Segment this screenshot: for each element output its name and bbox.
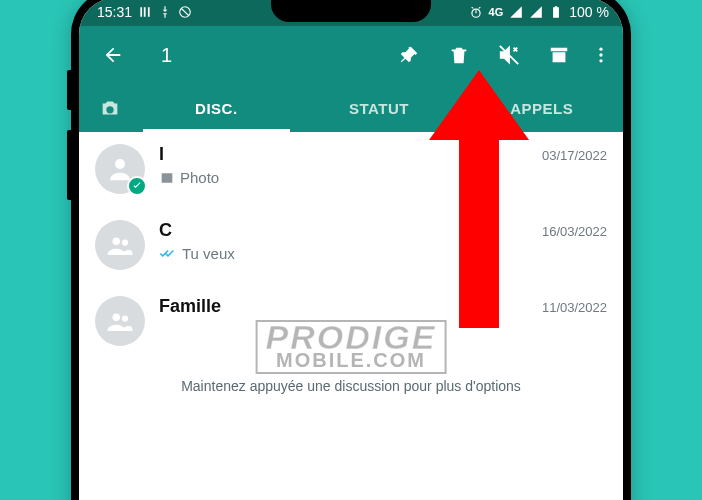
tab-label: APPELS: [510, 100, 573, 117]
network-type: 4G: [489, 6, 504, 18]
chat-subtitle: Tu veux: [182, 245, 235, 262]
tab-disc[interactable]: DISC.: [135, 84, 298, 132]
avatar[interactable]: [95, 220, 145, 270]
signal-icon: [509, 5, 523, 19]
back-button[interactable]: [91, 33, 135, 77]
chat-list[interactable]: I 03/17/2022 Photo: [79, 132, 623, 500]
phone-notch: [271, 0, 431, 22]
selection-toolbar: 1: [79, 26, 623, 84]
tab-label: DISC.: [195, 100, 238, 117]
chat-row[interactable]: C 16/03/2022 Tu veux: [79, 208, 623, 284]
signal-icon-2: [529, 5, 543, 19]
svg-point-0: [599, 48, 602, 51]
chat-date: 11/03/2022: [542, 300, 607, 315]
avatar[interactable]: [95, 144, 145, 194]
photo-icon: [159, 170, 175, 186]
chat-name: I: [159, 144, 164, 165]
usb-icon: [158, 5, 172, 19]
svg-point-5: [122, 239, 128, 245]
svg-point-4: [113, 238, 121, 246]
chat-name: C: [159, 220, 172, 241]
svg-point-7: [122, 315, 128, 321]
camera-tab[interactable]: [85, 84, 135, 132]
archive-button[interactable]: [537, 33, 581, 77]
chat-date: 03/17/2022: [542, 148, 607, 163]
status-time: 15:31: [97, 4, 132, 20]
alarm-icon: [469, 5, 483, 19]
chat-date: 16/03/2022: [542, 224, 607, 239]
battery-icon: [549, 5, 563, 19]
pin-button[interactable]: [387, 33, 431, 77]
chat-row[interactable]: Famille 11/03/2022: [79, 284, 623, 360]
battery-text: 100 %: [569, 4, 609, 20]
hint-text: Maintenez appuyée une discussion pour pl…: [79, 360, 623, 412]
phone-frame: 15:31 4G: [71, 0, 631, 500]
do-not-disturb-icon: [178, 5, 192, 19]
chat-subtitle: Photo: [180, 169, 219, 186]
tab-appels[interactable]: APPELS: [460, 84, 623, 132]
svg-point-6: [113, 314, 121, 322]
mute-button[interactable]: [487, 33, 531, 77]
more-button[interactable]: [587, 33, 615, 77]
read-receipt-icon: [159, 247, 177, 261]
delete-button[interactable]: [437, 33, 481, 77]
chat-name: Famille: [159, 296, 221, 317]
chat-row[interactable]: I 03/17/2022 Photo: [79, 132, 623, 208]
svg-point-1: [599, 53, 602, 56]
nfc-icon: [138, 5, 152, 19]
selection-count: 1: [161, 44, 172, 67]
svg-point-2: [599, 59, 602, 62]
svg-point-3: [115, 159, 125, 169]
tab-bar: DISC. STATUT APPELS: [79, 84, 623, 132]
tab-statut[interactable]: STATUT: [298, 84, 461, 132]
avatar[interactable]: [95, 296, 145, 346]
tab-label: STATUT: [349, 100, 409, 117]
selected-check-icon: [127, 176, 147, 196]
